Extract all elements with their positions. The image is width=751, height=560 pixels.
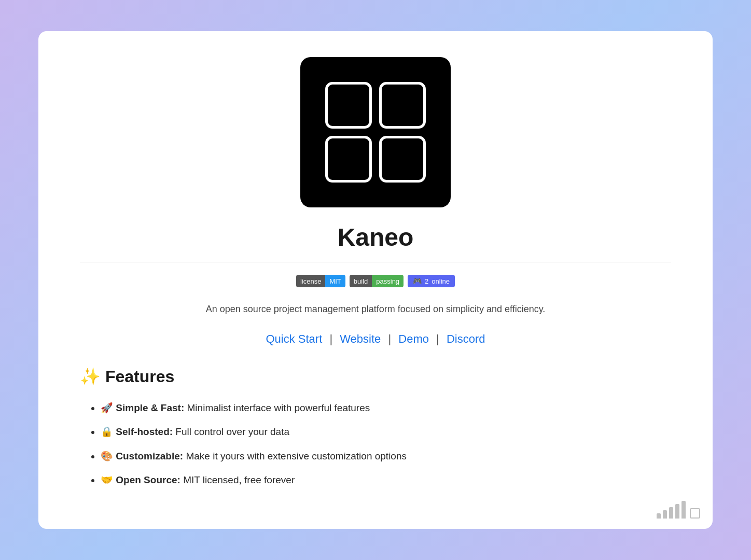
separator-2: | [388, 332, 391, 345]
main-card: Kaneo license MIT build passing 🎮 2 onli… [38, 31, 713, 529]
list-item: 🎨 Customizable: Make it yours with exten… [101, 449, 671, 464]
feature-bold-1: Simple & Fast: [116, 402, 184, 413]
build-label: build [350, 275, 372, 287]
logo-grid [310, 66, 441, 198]
bottom-bar-icons [657, 501, 700, 519]
list-item: 🚀 Simple & Fast: Minimalist interface wi… [101, 401, 671, 416]
license-label: license [296, 275, 325, 287]
list-item: 🤝 Open Source: MIT licensed, free foreve… [101, 473, 671, 488]
separator-1: | [329, 332, 332, 345]
feature-text-3: Make it yours with extensive customizati… [183, 451, 407, 461]
separator-3: | [436, 332, 439, 345]
logo-cell-3 [325, 136, 372, 183]
app-title: Kaneo [338, 223, 414, 251]
logo-cell-2 [379, 82, 426, 129]
feature-text-2: Full control over your data [173, 426, 289, 437]
logo-cell-4 [379, 136, 426, 183]
discord-count: 2 [425, 277, 428, 285]
license-value: MIT [325, 275, 345, 287]
feature-text-4: MIT licensed, free forever [180, 474, 295, 485]
list-item: 🔒 Self-hosted: Full control over your da… [101, 425, 671, 440]
license-badge[interactable]: license MIT [296, 275, 345, 287]
bar-1 [657, 513, 661, 519]
bar-2 [663, 510, 667, 519]
description-text: An open source project management platfo… [206, 302, 546, 317]
feature-icon-1: 🚀 [101, 402, 116, 413]
feature-bold-2: Self-hosted: [116, 426, 173, 437]
feature-icon-4: 🤝 [101, 474, 116, 485]
bar-4 [675, 504, 679, 519]
build-value: passing [372, 275, 404, 287]
discord-status: online [432, 277, 450, 285]
features-list: 🚀 Simple & Fast: Minimalist interface wi… [80, 401, 671, 497]
grid-icon [690, 508, 700, 519]
quick-start-link[interactable]: Quick Start [266, 332, 322, 345]
badges-row: license MIT build passing 🎮 2 online [296, 275, 455, 287]
discord-icon: 🎮 [413, 277, 422, 285]
bar-5 [682, 501, 686, 519]
discord-badge[interactable]: 🎮 2 online [408, 275, 455, 287]
links-row: Quick Start | Website | Demo | Discord [266, 332, 485, 346]
demo-link[interactable]: Demo [398, 332, 429, 345]
feature-icon-3: 🎨 [101, 451, 116, 461]
feature-icon-2: 🔒 [101, 426, 116, 437]
feature-text-1: Minimalist interface with powerful featu… [184, 402, 370, 413]
website-link[interactable]: Website [340, 332, 381, 345]
logo-cell-1 [325, 82, 372, 129]
feature-bold-3: Customizable: [116, 451, 183, 461]
divider [80, 262, 671, 262]
logo-box [300, 57, 451, 207]
bar-3 [669, 507, 673, 519]
build-badge[interactable]: build passing [350, 275, 404, 287]
feature-bold-4: Open Source: [116, 474, 180, 485]
logo-container [300, 57, 451, 207]
discord-link[interactable]: Discord [447, 332, 485, 345]
features-title: ✨ Features [80, 367, 671, 386]
